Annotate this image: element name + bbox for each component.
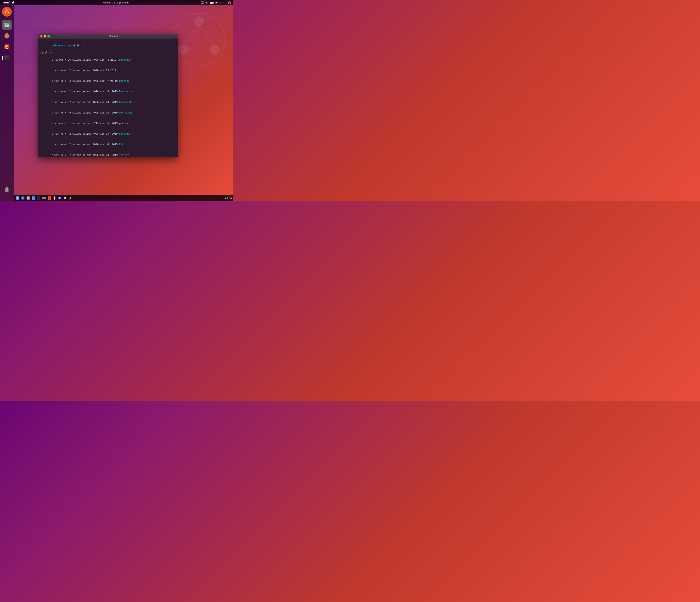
terminal-total-line: total 44 (40, 51, 176, 54)
svg-marker-83 (69, 197, 72, 200)
svg-line-54 (199, 27, 215, 45)
svg-rect-62 (27, 197, 28, 197)
sidebar-trash-area (2, 185, 12, 195)
sidebar-item-firefox[interactable] (2, 31, 12, 41)
window-title: Ubuntu 16.04 [Running] (103, 1, 130, 4)
sidebar-item-ubuntu[interactable] (2, 7, 12, 17)
settings-button[interactable] (228, 1, 231, 4)
svg-rect-71 (48, 196, 49, 198)
taskbar-icon-7[interactable] (47, 196, 51, 200)
keyboard-layout[interactable]: Es (205, 1, 209, 4)
svg-rect-3 (202, 2, 203, 2)
svg-text:$_: $_ (37, 197, 39, 199)
svg-rect-64 (27, 198, 29, 198)
svg-rect-63 (27, 198, 29, 198)
taskbar-icon-6[interactable] (42, 196, 46, 200)
svg-point-42 (6, 56, 7, 56)
svg-rect-31 (5, 24, 9, 25)
taskbar-icon-11[interactable] (68, 196, 73, 200)
taskbar-icon-2[interactable] (21, 196, 25, 200)
svg-rect-17 (229, 4, 230, 4)
svg-rect-29 (4, 23, 7, 24)
taskbar-right-text: Left 36 (224, 197, 232, 199)
app-title: Terminal (2, 1, 14, 4)
svg-rect-16 (229, 1, 230, 2)
svg-marker-13 (216, 1, 217, 4)
sidebar-divider-1 (3, 18, 11, 19)
sidebar-item-terminal[interactable]: $_ (2, 53, 12, 63)
svg-line-55 (183, 27, 199, 45)
top-bar-right: Es 17:47 (201, 1, 231, 4)
terminal-command-line: seismo@course:~$ ls -l (40, 41, 176, 51)
svg-rect-33 (5, 26, 6, 26)
table-row: drwxr-xr-x 2 seismo seismo 4096 abr 19 2… (40, 65, 176, 76)
svg-rect-72 (49, 196, 51, 198)
sidebar-item-settings[interactable] (2, 42, 12, 52)
desktop-watermark (171, 11, 227, 68)
svg-rect-70 (42, 197, 46, 198)
svg-point-58 (17, 197, 19, 199)
table-row: drwxr-xr-x 2 seismo seismo 4096 abr 20 2… (40, 150, 176, 157)
svg-rect-2 (202, 2, 202, 2)
volume-control[interactable] (215, 1, 219, 4)
svg-text:A: A (32, 197, 34, 199)
svg-rect-12 (210, 2, 213, 3)
bottom-taskbar: A $_ (14, 195, 233, 201)
sidebar-item-files[interactable] (2, 20, 12, 30)
window-minimize-button[interactable] (44, 35, 46, 38)
desktop-area: Terminal seismo@course:~$ ls -l total 44… (14, 5, 233, 195)
svg-rect-6 (202, 3, 202, 3)
svg-point-37 (6, 46, 7, 47)
table-row: drwxr-xr-x 2 seismo seismo 4096 abr 20 2… (40, 97, 176, 107)
window-maximize-button[interactable] (47, 35, 50, 38)
taskbar-icon-5[interactable]: $_ (36, 196, 41, 200)
svg-rect-8 (203, 3, 203, 3)
taskbar-icon-3[interactable] (26, 196, 30, 200)
sidebar-item-trash[interactable] (2, 185, 12, 195)
svg-point-81 (58, 197, 61, 199)
svg-text:$_: $_ (5, 57, 7, 59)
top-menu-bar: Terminal Ubuntu 16.04 [Running] Es (0, 0, 233, 5)
svg-point-40 (5, 56, 5, 56)
active-indicator (2, 56, 3, 60)
taskbar-icon-1[interactable] (16, 196, 20, 200)
svg-rect-4 (203, 2, 203, 2)
svg-point-76 (54, 197, 55, 199)
system-clock: 17:47 (220, 1, 227, 4)
svg-rect-11 (214, 2, 214, 3)
battery-status[interactable] (210, 1, 214, 4)
svg-rect-61 (27, 197, 29, 199)
table-row: drwxr-xr-x 9 seismo seismo 4096 abr 20 2… (40, 107, 176, 118)
svg-point-27 (5, 12, 6, 13)
svg-rect-32 (5, 25, 7, 26)
svg-rect-5 (201, 3, 202, 3)
svg-point-26 (8, 12, 9, 13)
keyboard-indicator[interactable] (201, 1, 204, 4)
taskbar-icon-10[interactable] (63, 196, 67, 200)
svg-rect-46 (6, 187, 8, 188)
window-close-button[interactable] (40, 35, 43, 38)
table-row: -rw-rw-r-- 1 seismo seismo 3243 abr 5 20… (40, 118, 176, 129)
svg-rect-73 (48, 198, 49, 200)
table-row: drwxr-xr-x 2 seismo seismo 4096 abr 7 06… (40, 76, 176, 86)
terminal-window-title: Terminal (51, 35, 176, 38)
terminal-window: Terminal seismo@course:~$ ls -l total 44… (38, 34, 178, 157)
svg-rect-7 (202, 3, 203, 3)
svg-rect-9 (202, 3, 203, 4)
table-row: drwxr-xr-x 2 seismo seismo 4096 abr 4 20… (40, 139, 176, 150)
taskbar-icon-9[interactable] (57, 196, 62, 200)
svg-rect-19 (231, 2, 231, 3)
svg-rect-74 (49, 198, 51, 200)
svg-rect-1 (201, 2, 202, 2)
svg-point-41 (6, 56, 6, 56)
svg-rect-23 (230, 1, 231, 2)
application-sidebar: $_ (0, 5, 14, 201)
table-row: drwxrwxr-x 26 seismo seismo 4096 abr 4 2… (40, 55, 176, 65)
terminal-body[interactable]: seismo@course:~$ ls -l total 44 drwxrwxr… (38, 39, 178, 157)
taskbar-icon-4[interactable]: A (31, 196, 36, 200)
svg-rect-20 (228, 1, 229, 2)
terminal-titlebar: Terminal (38, 34, 178, 39)
svg-point-51 (194, 17, 204, 27)
top-bar-left: Terminal (2, 1, 14, 4)
taskbar-icon-8[interactable] (52, 196, 57, 200)
